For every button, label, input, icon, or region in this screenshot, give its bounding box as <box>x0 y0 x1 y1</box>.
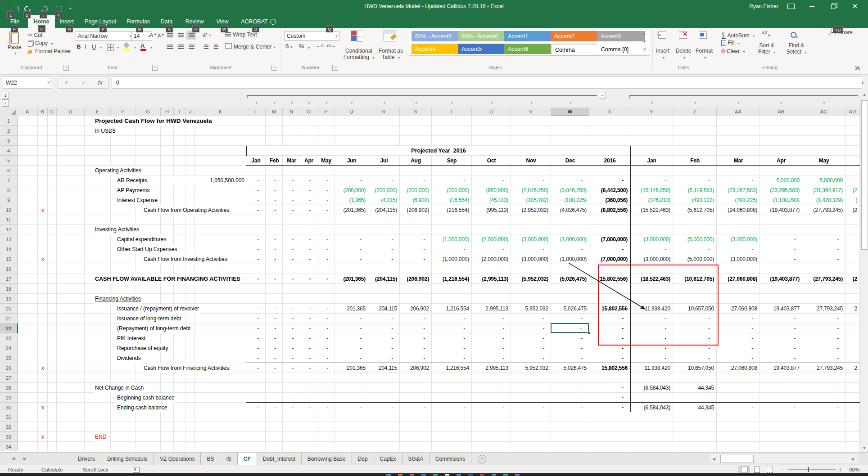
cell-O28[interactable]: - <box>300 383 317 393</box>
cell-P23[interactable]: - <box>317 333 335 343</box>
cell-U8[interactable]: (950,000) <box>472 185 511 195</box>
zoom-out-icon[interactable]: − <box>781 465 784 474</box>
cell-AB13[interactable]: - <box>760 234 802 244</box>
cell-N25[interactable]: - <box>283 353 300 363</box>
cell-M21[interactable]: - <box>266 314 282 323</box>
cell-Y20[interactable]: 11,938,420 <box>630 304 673 314</box>
cell-W25[interactable]: - <box>551 353 589 363</box>
cell-T8[interactable]: (200,000) <box>432 185 471 195</box>
cell-N17[interactable]: - <box>283 274 300 284</box>
cell-Z17[interactable]: (10,612,705) <box>673 274 716 284</box>
font-color-icon[interactable]: A <box>140 42 145 49</box>
ribbon-display-options-button[interactable] <box>783 0 799 13</box>
font-name-combo[interactable]: Arial Narrow▾ <box>76 31 133 41</box>
user-name[interactable]: Ryan Fisher <box>749 3 778 9</box>
cell-V10[interactable]: (2,952,032) <box>511 205 551 215</box>
taskbar-icon[interactable] <box>398 474 402 476</box>
column-header-N[interactable]: N <box>283 108 300 116</box>
cell-S15[interactable]: - <box>400 254 431 264</box>
style-chip-60-Accent5[interactable]: 60% - Accent5 <box>411 31 460 41</box>
cell-Q23[interactable]: - <box>335 333 368 343</box>
column-header-AD[interactable]: AD <box>845 108 860 116</box>
cell-V9[interactable]: (105,782) <box>511 195 551 205</box>
cell-P29[interactable]: - <box>317 393 335 403</box>
formula-input[interactable]: 0 <box>112 76 862 89</box>
style-chip-Comma[interactable]: Comma <box>551 44 601 56</box>
cell-P10[interactable]: - <box>317 205 335 215</box>
column-header-M[interactable]: M <box>266 108 283 116</box>
cell-AC22[interactable]: - <box>802 323 845 333</box>
cell-N7[interactable]: - <box>283 175 300 185</box>
column-header-B[interactable]: B <box>38 108 48 116</box>
cell-W14[interactable]: - <box>551 244 589 254</box>
cell-W21[interactable]: - <box>551 314 589 323</box>
cell-L21[interactable]: - <box>246 314 265 323</box>
style-chip-Accent3[interactable]: Accent3 <box>597 31 645 41</box>
month-header-Q5[interactable]: Jun <box>335 156 368 166</box>
row-header-21[interactable]: 21 <box>0 314 17 323</box>
sheet-nav-right-icon[interactable]: ▶ <box>23 456 27 461</box>
row-header-16[interactable]: 16 <box>0 264 17 274</box>
cell-AA17[interactable]: (27,060,808) <box>717 274 760 284</box>
column-header-T[interactable]: T <box>432 108 472 116</box>
cell-T17[interactable]: (1,216,554) <box>432 274 471 284</box>
column-header-G[interactable]: G <box>136 108 161 116</box>
cell-R23[interactable]: - <box>368 333 399 343</box>
cell-Y26[interactable]: 11,938,420 <box>630 363 673 373</box>
cell-S22[interactable]: - <box>400 323 431 333</box>
cell-AA26[interactable]: 27,060,808 <box>717 363 760 373</box>
cell-U20[interactable]: 2,995,113 <box>472 304 511 314</box>
row-header-23[interactable]: 23 <box>0 333 17 343</box>
paste-label[interactable]: Paste <box>6 44 23 50</box>
sheet-tab-dep[interactable]: Dep <box>352 453 374 465</box>
sheet-grid[interactable]: 1234567891011121314151617181920212223242… <box>0 116 860 451</box>
vertical-scroll-thumb[interactable] <box>861 100 868 250</box>
cell-X14[interactable]: - <box>589 244 630 254</box>
cell-AB23[interactable]: - <box>760 333 802 343</box>
increase-decimal-button[interactable]: ←.0 <box>316 44 324 48</box>
cell-Z15[interactable]: (5,000,000) <box>673 254 716 264</box>
cell-Z13[interactable]: (5,000,000) <box>673 234 716 244</box>
zoom-slider-handle[interactable] <box>808 467 809 472</box>
increase-indent-button[interactable] <box>212 42 221 51</box>
row-header-11[interactable]: 11 <box>0 215 17 225</box>
cell-S9[interactable]: (6,902) <box>400 195 431 205</box>
cell-AB22[interactable]: - <box>760 323 802 333</box>
cell-X30[interactable]: - <box>589 403 630 413</box>
cell-W10[interactable]: (4,026,475) <box>551 205 589 215</box>
taskbar-icon[interactable] <box>503 474 508 476</box>
cell-Y24[interactable]: - <box>630 343 673 353</box>
cell-AB28[interactable]: - <box>760 383 802 393</box>
sort-filter-icon[interactable]: AZ▼ <box>762 31 773 40</box>
cell-R7[interactable]: - <box>368 175 399 185</box>
cell-Z28[interactable]: 44,345 <box>673 383 716 393</box>
cell-T9[interactable]: (16,554) <box>432 195 471 205</box>
column-header-AA[interactable]: AA <box>717 108 760 116</box>
cell-Z24[interactable]: - <box>673 343 716 353</box>
cell-X8[interactable]: (8,442,500) <box>589 185 630 195</box>
cell-V22[interactable]: - <box>511 323 551 333</box>
cell-Q17[interactable]: (201,365) <box>335 274 368 284</box>
format-cells-icon[interactable] <box>699 31 707 39</box>
cell-AC20[interactable]: 27,793,245 <box>802 304 845 314</box>
cell-O14[interactable]: - <box>300 244 317 254</box>
row-header-7[interactable]: 7 <box>0 175 17 185</box>
hscroll-right-icon[interactable]: ▶ <box>852 457 855 461</box>
cell-AC23[interactable]: - <box>802 333 845 343</box>
sort-filter-label[interactable]: Sort &Filter ▾ <box>753 42 781 55</box>
sheet-tab-cf[interactable]: CF <box>238 453 257 466</box>
row-header-15[interactable]: 15 <box>0 254 17 264</box>
column-header-A[interactable]: A <box>17 108 38 116</box>
cell-T24[interactable]: - <box>432 343 471 353</box>
cell-X21[interactable]: - <box>589 314 630 323</box>
month-header-M5[interactable]: Feb <box>266 156 283 166</box>
cell-N29[interactable]: - <box>283 393 300 403</box>
cell-L23[interactable]: - <box>246 333 265 343</box>
cell-M26[interactable]: - <box>266 363 282 373</box>
month-header-T5[interactable]: Sep <box>432 156 472 166</box>
cell-P9[interactable]: - <box>317 195 335 205</box>
cell-Y10[interactable]: (15,522,463) <box>630 205 673 215</box>
cell-V25[interactable]: - <box>511 353 551 363</box>
cell-Q28[interactable]: - <box>335 383 368 393</box>
cell-Z29[interactable]: - <box>673 393 716 403</box>
